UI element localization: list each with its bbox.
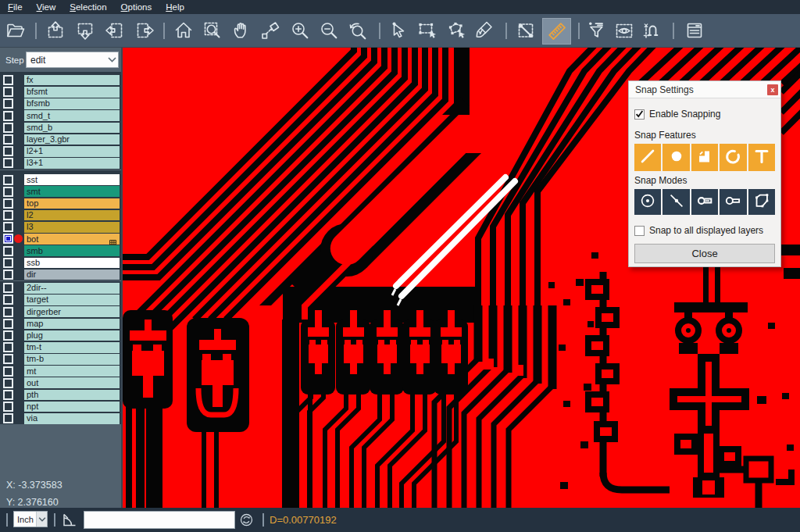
layer-visibility-checkbox[interactable] [3, 98, 13, 109]
layer-swatch[interactable]: dirgerber [24, 306, 120, 317]
layer-swatch[interactable]: smt [24, 186, 120, 197]
menu-selection[interactable]: Selection [62, 0, 113, 14]
select-arrow-button[interactable] [388, 20, 409, 41]
menu-view[interactable]: View [30, 0, 63, 14]
snap-mode-contour-button[interactable] [748, 189, 775, 215]
step-select[interactable]: edit [26, 52, 119, 68]
layer-visibility-checkbox[interactable] [3, 123, 13, 133]
brush-button[interactable] [475, 20, 495, 41]
layer-visibility-checkbox[interactable] [3, 342, 13, 352]
layer-visibility-checkbox[interactable] [3, 246, 13, 256]
pan-hand-button[interactable] [231, 20, 252, 41]
measure-line-button[interactable] [516, 20, 536, 41]
layer-visibility-checkbox[interactable] [3, 75, 13, 85]
layer-visibility-checkbox[interactable] [3, 87, 13, 97]
layer-swatch[interactable]: dir [24, 270, 120, 280]
layer-swatch[interactable]: l2 [24, 210, 120, 221]
layer-visibility-checkbox[interactable] [3, 319, 13, 329]
layer-swatch[interactable]: sst [24, 174, 120, 185]
layer-visibility-checkbox[interactable] [3, 146, 13, 156]
import-up-button[interactable] [45, 20, 66, 41]
layer-swatch[interactable]: l3+1 [24, 158, 120, 169]
layer-visibility-checkbox[interactable] [3, 366, 13, 377]
report-button[interactable] [684, 20, 705, 41]
layer-visibility-checkbox[interactable] [3, 234, 13, 244]
layer-swatch[interactable]: bfsmt [24, 87, 120, 98]
snap-feature-line-button[interactable] [634, 144, 661, 171]
zoom-previous-button[interactable] [348, 20, 368, 41]
layer-visibility-checkbox[interactable] [3, 413, 13, 423]
zoom-object-button[interactable] [260, 20, 280, 41]
layer-swatch[interactable]: smb [24, 245, 120, 256]
layer-swatch[interactable]: pth [24, 390, 120, 401]
layer-swatch[interactable]: layer_3.gbr [24, 134, 120, 145]
layer-swatch[interactable]: bfsmb [24, 98, 120, 109]
menu-file[interactable]: File [1, 0, 30, 14]
layer-visibility-checkbox[interactable] [3, 354, 13, 364]
layer-swatch[interactable]: npt [24, 402, 120, 412]
snap-feature-text-button[interactable] [748, 144, 775, 171]
layer-swatch[interactable]: via [24, 413, 120, 424]
layer-visibility-checkbox[interactable] [3, 222, 13, 232]
snap-all-layers-checkbox[interactable]: Snap to all displayed layers [634, 225, 775, 236]
poly-select-button[interactable] [446, 20, 466, 41]
layer-swatch[interactable]: l2+1 [24, 146, 120, 157]
snap-mode-center-button[interactable] [634, 189, 661, 215]
layer-swatch[interactable]: map [24, 319, 120, 330]
layer-visibility-checkbox[interactable] [3, 111, 13, 121]
ruler-button[interactable] [542, 18, 571, 45]
layer-visibility-checkbox[interactable] [3, 134, 13, 145]
filter-button[interactable] [587, 20, 607, 41]
layer-swatch[interactable]: 2dir-- [24, 283, 120, 294]
measure-input[interactable] [84, 511, 235, 529]
dialog-close-action-button[interactable]: Close [634, 244, 775, 263]
zoom-in-button[interactable] [290, 20, 310, 41]
layer-visibility-checkbox[interactable] [3, 175, 13, 185]
snap-mode-pad-slot-button[interactable] [691, 189, 718, 215]
home-button[interactable] [173, 20, 194, 41]
zoom-window-button[interactable] [202, 20, 223, 41]
layer-swatch[interactable]: bot [24, 234, 120, 245]
zoom-out-button[interactable] [319, 20, 339, 41]
shift-left-button[interactable] [105, 20, 125, 41]
magnet-snap-button[interactable] [642, 20, 662, 41]
layer-swatch[interactable]: tm-t [24, 342, 120, 353]
eye-box-button[interactable] [614, 20, 634, 41]
layer-visibility-checkbox[interactable] [3, 283, 13, 293]
menu-help[interactable]: Help [159, 0, 191, 14]
snap-feature-circle-button[interactable] [662, 144, 689, 171]
layer-swatch[interactable]: smd_t [24, 110, 120, 121]
layer-swatch[interactable]: fx [24, 75, 120, 86]
menu-options[interactable]: Options [114, 0, 159, 14]
layer-visibility-checkbox[interactable] [3, 210, 13, 220]
dialog-title-bar[interactable]: Snap Settings x [629, 81, 780, 98]
unit-select[interactable]: Inch [13, 511, 48, 527]
layer-swatch[interactable]: l3 [24, 222, 120, 233]
layer-swatch[interactable]: top [24, 198, 120, 209]
snap-feature-arc-button[interactable] [720, 144, 746, 171]
dialog-close-button[interactable]: x [767, 84, 778, 95]
layer-visibility-checkbox[interactable] [3, 295, 13, 305]
layer-visibility-checkbox[interactable] [3, 402, 13, 412]
layer-swatch[interactable]: out [24, 377, 120, 388]
layer-swatch[interactable]: mt [24, 366, 120, 377]
shift-right-button[interactable] [134, 20, 155, 41]
snap-mode-pad-outline-button[interactable] [720, 189, 746, 215]
open-folder-button[interactable] [5, 20, 26, 41]
layer-visibility-checkbox[interactable] [3, 378, 13, 388]
layer-visibility-checkbox[interactable] [3, 258, 13, 268]
layer-visibility-checkbox[interactable] [3, 198, 13, 209]
layer-visibility-checkbox[interactable] [3, 270, 13, 280]
layer-swatch[interactable]: smd_b [24, 123, 120, 134]
layer-visibility-checkbox[interactable] [3, 307, 13, 317]
layer-swatch[interactable]: tm-b [24, 354, 120, 365]
enable-snapping-checkbox[interactable]: Enable Snapping [634, 109, 775, 120]
export-down-button[interactable] [75, 20, 95, 41]
layer-visibility-checkbox[interactable] [3, 187, 13, 197]
layer-swatch[interactable]: plug [24, 330, 120, 341]
snap-mode-midpoint-button[interactable] [662, 189, 689, 215]
rect-select-button[interactable] [417, 20, 438, 41]
layer-swatch[interactable]: ssb [24, 258, 120, 269]
layer-visibility-checkbox[interactable] [3, 330, 13, 341]
snap-feature-surface-button[interactable] [691, 144, 718, 171]
